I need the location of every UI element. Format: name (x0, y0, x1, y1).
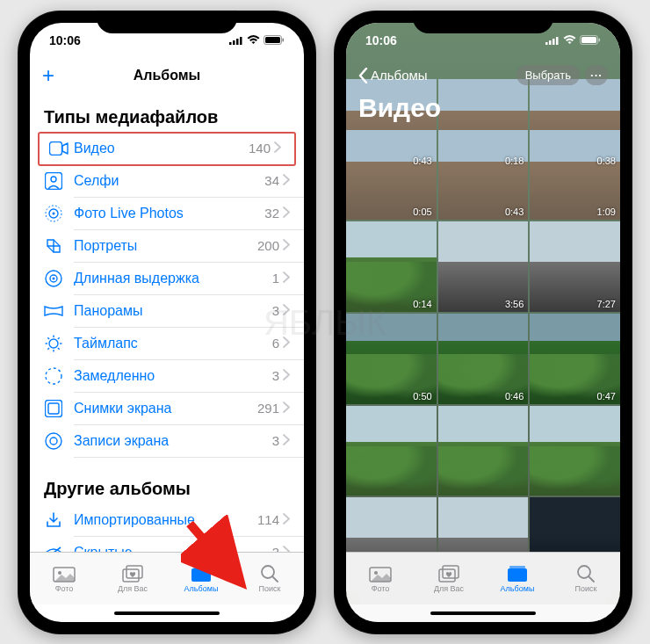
video-duration: 0:18 (505, 156, 524, 166)
phone-left: 10:06 + Альбомы Типы медиафайлов Видео 1… (18, 11, 316, 634)
nav-bar: + Альбомы (30, 58, 304, 93)
list-row-live[interactable]: Фото Live Photos 32 (74, 198, 304, 230)
search-icon (574, 564, 597, 583)
signal-icon (545, 36, 560, 45)
list-row-long[interactable]: Длинная выдержка 1 (74, 263, 304, 295)
chevron-right-icon (283, 401, 290, 416)
video-thumbnail[interactable]: 3:56 (438, 221, 529, 312)
list-row-video[interactable]: Видео 140 (39, 133, 295, 165)
section-header-media: Типы медиафайлов (30, 93, 304, 133)
tab-foryou[interactable]: Для Вас (98, 553, 167, 604)
chevron-right-icon (283, 433, 290, 449)
screenshot-icon (44, 399, 63, 418)
video-thumbnail[interactable]: 7:27 (530, 221, 620, 312)
svg-line-22 (47, 337, 49, 339)
more-button[interactable]: ··· (585, 65, 608, 85)
back-button[interactable]: Альбомы (358, 68, 428, 83)
video-thumbnail[interactable]: 1:09 (530, 130, 620, 221)
wifi-icon (563, 35, 576, 45)
video-duration: 1:09 (597, 206, 616, 217)
video-thumbnail[interactable] (346, 406, 437, 496)
select-button[interactable]: Выбрать (516, 65, 580, 85)
foryou-icon (121, 564, 144, 583)
tab-search[interactable]: Поиск (235, 553, 304, 604)
tab-photos[interactable]: Фото (346, 553, 415, 604)
svg-rect-6 (283, 39, 285, 42)
video-thumbnail[interactable]: 0:43 (438, 130, 529, 221)
list-row-import[interactable]: Импортированные 114 (74, 504, 304, 537)
status-time: 10:06 (49, 33, 81, 47)
photos-icon (369, 564, 392, 583)
video-thumbnail[interactable]: 0:05 (346, 130, 437, 221)
svg-point-25 (46, 368, 61, 384)
chevron-right-icon (283, 238, 290, 254)
row-count: 291 (257, 401, 279, 416)
albums-icon (506, 564, 529, 583)
video-thumbnail[interactable] (530, 497, 620, 551)
tab-label: Альбомы (184, 584, 219, 593)
home-indicator[interactable] (30, 604, 304, 622)
video-thumbnail[interactable]: 0:47 (530, 314, 620, 404)
hidden-icon (44, 543, 63, 552)
signal-icon (229, 36, 243, 45)
row-label: Длинная выдержка (74, 271, 272, 286)
video-duration: 0:50 (413, 391, 431, 402)
video-thumbnail[interactable]: 0:50 (346, 314, 437, 404)
video-duration: 0:38 (597, 156, 616, 166)
chevron-left-icon (358, 68, 368, 83)
svg-rect-49 (443, 566, 459, 578)
selfie-icon (44, 171, 63, 191)
video-thumbnail[interactable]: 0:14 (346, 221, 437, 312)
svg-rect-42 (556, 37, 559, 45)
timelapse-icon (44, 334, 63, 353)
add-button[interactable]: + (42, 63, 54, 88)
phone-right: 0:43 0:18 0:38 10:06 Альбомы Выбрать (334, 11, 632, 634)
svg-point-47 (374, 571, 378, 575)
wifi-icon (247, 35, 260, 45)
video-thumbnail[interactable] (438, 406, 529, 496)
list-row-selfie[interactable]: Селфи 34 (74, 165, 304, 198)
video-duration: 0:05 (413, 206, 431, 217)
svg-rect-3 (240, 37, 242, 45)
list-row-record[interactable]: Записи экрана 3 (74, 425, 304, 458)
tab-foryou[interactable]: Для Вас (415, 553, 483, 604)
svg-rect-44 (581, 37, 596, 43)
video-thumbnail[interactable]: 0:46 (438, 314, 529, 404)
tab-photos[interactable]: Фото (30, 553, 98, 604)
home-indicator[interactable] (346, 604, 620, 622)
list-row-timelapse[interactable]: Таймлапс 6 (74, 328, 304, 360)
tab-label: Фото (55, 584, 74, 593)
chevron-right-icon (274, 141, 281, 156)
list-row-hidden[interactable]: Скрытые 3 (74, 537, 304, 552)
chevron-right-icon (283, 545, 290, 552)
list-row-pano[interactable]: Панорамы 3 (74, 295, 304, 328)
video-thumbnail[interactable] (530, 406, 620, 496)
svg-rect-2 (236, 39, 239, 45)
tab-label: Поиск (575, 584, 597, 593)
svg-rect-50 (508, 568, 527, 582)
video-thumbnail[interactable]: 0:50 (438, 497, 529, 551)
svg-rect-51 (509, 566, 525, 568)
tab-search[interactable]: Поиск (552, 553, 620, 604)
svg-line-24 (58, 337, 60, 339)
row-count: 3 (272, 368, 279, 383)
row-label: Замедленно (74, 368, 272, 384)
battery-icon (580, 35, 601, 45)
section-header-other: Другие альбомы (30, 458, 304, 504)
row-label: Панорамы (74, 303, 272, 319)
list-row-portrait[interactable]: Портреты 200 (74, 230, 304, 263)
tab-label: Альбомы (501, 584, 535, 593)
tab-albums[interactable]: Альбомы (483, 553, 552, 604)
svg-point-28 (46, 433, 61, 449)
tab-bar: ФотоДля ВасАльбомыПоиск (346, 552, 620, 604)
list-row-slomo[interactable]: Замедленно 3 (74, 360, 304, 393)
battery-icon (264, 35, 285, 45)
video-thumbnail[interactable]: 1:25 (346, 497, 437, 551)
svg-rect-0 (229, 42, 232, 45)
list-row-screenshot[interactable]: Снимки экрана 291 (74, 393, 304, 425)
tab-label: Для Вас (434, 584, 464, 593)
svg-rect-36 (193, 566, 209, 568)
tab-albums[interactable]: Альбомы (167, 553, 235, 604)
svg-point-29 (50, 438, 57, 445)
svg-point-9 (51, 177, 56, 182)
